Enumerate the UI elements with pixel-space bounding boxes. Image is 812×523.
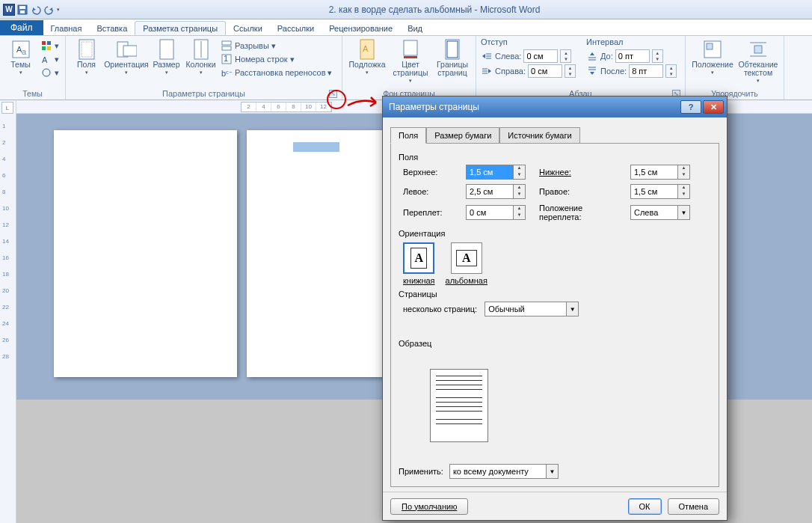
group-label-themes: Темы <box>4 88 61 99</box>
svg-rect-19 <box>222 41 231 45</box>
preview-box <box>430 369 488 442</box>
top-margin-input[interactable]: ▲▼ <box>466 165 530 180</box>
group-label-page-setup: Параметры страницы⤡ <box>70 88 337 99</box>
undo-icon[interactable] <box>30 4 42 16</box>
left-margin-input[interactable]: ▲▼ <box>466 184 530 199</box>
gutter-pos-combo[interactable]: ▼ <box>630 205 695 220</box>
tab-review[interactable]: Рецензирование <box>322 22 400 35</box>
gutter-input[interactable]: ▲▼ <box>466 205 530 220</box>
tab-page-layout[interactable]: Разметка страницы <box>135 21 226 35</box>
spacing-before-input[interactable] <box>615 49 650 63</box>
title-bar: W ▾ 2. как в ворде сделать альбомный - M… <box>0 0 812 19</box>
watermark-button[interactable]: AПодложка▾ <box>347 37 387 77</box>
margins-button[interactable]: Поля▾ <box>70 37 102 77</box>
themes-button[interactable]: Aa Темы ▾ <box>4 37 37 77</box>
save-icon[interactable] <box>16 4 28 16</box>
tab-references[interactable]: Ссылки <box>226 22 270 35</box>
columns-icon <box>191 39 212 60</box>
size-button[interactable]: Размер▾ <box>150 37 182 77</box>
file-tab[interactable]: Файл <box>0 20 43 35</box>
section-pages-label: Страницы <box>399 290 711 299</box>
margins-icon <box>76 39 97 60</box>
orientation-landscape[interactable]: A альбомная <box>446 242 487 285</box>
page-color-button[interactable]: Цвет страницы▾ <box>390 37 431 85</box>
effects-icon <box>40 67 52 79</box>
position-icon <box>702 39 723 60</box>
svg-rect-7 <box>47 41 51 45</box>
svg-text:bᶜ⁻: bᶜ⁻ <box>221 69 232 78</box>
spinner[interactable]: ▲▼ <box>565 64 576 78</box>
orientation-button[interactable]: Ориентация▾ <box>105 37 148 77</box>
tab-mailings[interactable]: Рассылки <box>270 22 322 35</box>
indent-right-input[interactable] <box>528 64 562 78</box>
dialog-tab-fields[interactable]: Поля <box>390 127 426 144</box>
multi-pages-combo[interactable]: ▼ <box>485 302 579 316</box>
tab-view[interactable]: Вид <box>400 22 430 35</box>
redo-icon[interactable] <box>43 4 55 16</box>
position-button[interactable]: Положение▾ <box>690 37 735 77</box>
svg-rect-9 <box>47 46 51 50</box>
cancel-button[interactable]: Отмена <box>668 498 719 515</box>
hyphenation-button[interactable]: bᶜ⁻Расстановка переносов ▾ <box>219 66 333 79</box>
wrap-icon <box>748 39 769 60</box>
spacing-before-icon <box>586 50 598 62</box>
ribbon-tabs: Файл Главная Вставка Разметка страницы С… <box>0 19 812 36</box>
watermark-icon: A <box>357 39 378 60</box>
spacing-after-input[interactable] <box>629 64 663 78</box>
spinner[interactable]: ▲▼ <box>665 64 677 78</box>
gutter-pos-label: Положение переплета: <box>539 204 621 221</box>
default-button[interactable]: По умолчанию <box>390 498 468 515</box>
indent-left-input[interactable] <box>523 49 558 63</box>
colors-icon <box>40 40 52 52</box>
spacing-after-row: После:▲▼ <box>586 64 677 78</box>
page-borders-button[interactable]: Границы страниц <box>434 37 471 79</box>
dialog-titlebar: Параметры страницы ? ✕ <box>383 97 727 117</box>
fonts-icon: A <box>40 53 52 65</box>
dialog-help-button[interactable]: ? <box>680 100 701 114</box>
svg-text:A: A <box>363 44 369 53</box>
svg-rect-15 <box>123 46 137 56</box>
borders-icon <box>442 39 463 60</box>
spinner[interactable]: ▲▼ <box>560 49 571 63</box>
theme-effects-button[interactable]: ▾ <box>39 66 61 79</box>
line-numbers-icon: 1 <box>221 53 233 65</box>
page-setup-launcher-icon[interactable]: ⤡ <box>329 90 337 98</box>
quick-access-toolbar: W ▾ <box>3 4 60 16</box>
svg-rect-16 <box>160 40 173 59</box>
top-margin-label: Верхнее: <box>403 168 457 177</box>
apply-combo[interactable]: ▼ <box>449 464 559 479</box>
indent-right-row: Справа:▲▼ <box>481 64 576 78</box>
bottom-margin-label: Нижнее: <box>539 168 621 177</box>
columns-button[interactable]: Колонки▾ <box>185 37 217 77</box>
dialog-tab-source[interactable]: Источник бумаги <box>499 127 579 144</box>
wrap-button[interactable]: Обтекание текстом▾ <box>737 37 779 85</box>
theme-colors-button[interactable]: ▾ <box>39 39 61 52</box>
multi-pages-label: несколько страниц: <box>403 305 477 314</box>
orientation-icon <box>116 39 137 60</box>
ok-button[interactable]: ОК <box>628 498 662 515</box>
spacing-before-row: До:▲▼ <box>586 49 677 63</box>
vertical-ruler[interactable]: L 1246810121416182022242628 <box>0 100 16 523</box>
spacing-header: Интервал <box>586 37 677 46</box>
line-numbers-button[interactable]: 1Номера строк ▾ <box>219 52 333 66</box>
gutter-label: Переплет: <box>403 208 457 217</box>
right-margin-input[interactable]: ▲▼ <box>630 184 695 199</box>
svg-point-11 <box>43 69 50 76</box>
tab-selector-icon[interactable]: L <box>1 102 13 114</box>
app-icon: W <box>3 4 15 16</box>
size-icon <box>156 39 177 60</box>
orientation-portrait[interactable]: A книжная <box>403 242 435 285</box>
bottom-margin-input[interactable]: ▲▼ <box>630 165 695 180</box>
indent-left-icon <box>481 50 493 62</box>
spacing-after-icon <box>586 65 598 77</box>
svg-text:a: a <box>22 47 27 56</box>
spinner[interactable]: ▲▼ <box>652 49 663 63</box>
svg-rect-1 <box>19 6 25 9</box>
dialog-tab-paper[interactable]: Размер бумаги <box>426 127 499 144</box>
dialog-button-row: По умолчанию ОК Отмена <box>383 492 727 520</box>
dialog-close-button[interactable]: ✕ <box>703 100 724 114</box>
breaks-button[interactable]: Разрывы ▾ <box>219 39 333 52</box>
tab-insert[interactable]: Вставка <box>89 22 135 35</box>
tab-home[interactable]: Главная <box>43 22 90 35</box>
theme-fonts-button[interactable]: A▾ <box>39 52 61 66</box>
